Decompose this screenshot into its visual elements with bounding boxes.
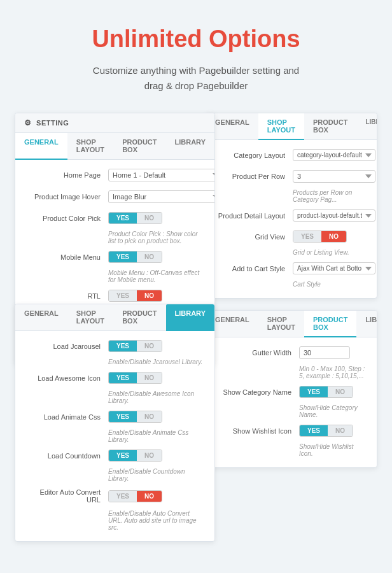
select-cat-layout[interactable]: category-layout-default.tpl <box>293 149 375 161</box>
label-countdown: Load Countdown <box>25 452 108 460</box>
toggle-animate[interactable]: YES NO <box>108 411 162 423</box>
form-row-auto-url: Editor Auto Convert URL YES NO <box>25 486 204 506</box>
toggle-no-mobile-menu[interactable]: NO <box>137 251 162 262</box>
panel-library: GENERAL SHOP LAYOUT PRODUCT BOX LIBRARY … <box>15 304 215 542</box>
tabs-4: GENERAL SHOP LAYOUT PRODUCT BOX LIBRARY <box>206 311 377 337</box>
hint-per-row: Products per Row on Category Pag... <box>293 189 367 203</box>
toggle-color-pick[interactable]: YES NO <box>108 212 162 224</box>
form-row-color-pick: Product Color Pick YES NO <box>25 209 204 227</box>
tabs-3: GENERAL SHOP LAYOUT PRODUCT BOX LIBRARY <box>15 304 214 331</box>
tab-library-3[interactable]: LIBRARY <box>166 304 214 331</box>
tab-product-box-4[interactable]: PRODUCT BOX <box>304 311 356 337</box>
hint-jcarousel: Enable/Disable Jcarousel Library. <box>108 358 204 365</box>
toggle-awesome[interactable]: YES NO <box>108 372 162 384</box>
select-homepage[interactable]: Home 1 - Default <box>108 169 215 181</box>
label-homepage: Home Page <box>25 171 108 179</box>
form-row-grid-view: Grid View YES NO <box>216 228 367 245</box>
toggle-wishlist[interactable]: YES NO <box>299 425 353 437</box>
toggle-auto-url[interactable]: YES NO <box>108 490 162 502</box>
tab-library-1[interactable]: LIBRARY <box>166 133 214 160</box>
toggle-yes-rtl[interactable]: YES <box>109 290 137 301</box>
tab-shop-layout-3[interactable]: SHOP LAYOUT <box>67 304 113 331</box>
label-gutter: Gutter Width <box>216 349 299 357</box>
toggle-yes-animate[interactable]: YES <box>109 411 137 422</box>
form-row-detail-layout: Product Detail Layout product-layout-def… <box>216 207 367 224</box>
label-color-pick: Product Color Pick <box>25 215 108 222</box>
toggle-no-animate[interactable]: NO <box>137 411 162 422</box>
tab-library-4[interactable]: LIBRARY <box>356 311 377 337</box>
label-image-hover: Product Image Hover <box>25 193 108 201</box>
toggle-mobile-menu[interactable]: YES NO <box>108 251 162 263</box>
toggle-yes-mobile-menu[interactable]: YES <box>109 251 137 262</box>
toggle-countdown[interactable]: YES NO <box>108 449 162 462</box>
hero-section: Unlimited Options Customize anything wit… <box>79 0 312 113</box>
label-rtl: RTL <box>25 292 108 300</box>
form-row-countdown: Load Countdown YES NO <box>25 447 204 464</box>
tab-product-box-3[interactable]: PRODUCT BOX <box>113 304 165 331</box>
select-per-row[interactable]: 3 <box>293 170 375 183</box>
label-per-row: Product Per Row <box>216 173 293 180</box>
label-animate: Load Animate Css <box>25 413 108 421</box>
panel-shop-layout: GENERAL SHOP LAYOUT PRODUCT BOX LIBRAR..… <box>206 113 377 299</box>
tab-shop-layout-2[interactable]: SHOP LAYOUT <box>258 113 304 140</box>
form-row-gutter: Gutter Width <box>216 344 367 362</box>
toggle-rtl[interactable]: YES NO <box>108 290 162 302</box>
hint-grid-view: Grid or Listing View. <box>293 249 367 256</box>
hint-animate: Enable/Disable Animate Css Library. <box>108 429 204 443</box>
select-image-hover[interactable]: Image Blur <box>108 190 215 203</box>
label-show-cat: Show Category Name <box>216 388 299 396</box>
tab-product-box-2[interactable]: PRODUCT BOX <box>304 113 356 140</box>
toggle-no-rtl[interactable]: NO <box>137 290 162 301</box>
toggle-jcarousel[interactable]: YES NO <box>108 340 162 352</box>
tabs-2: GENERAL SHOP LAYOUT PRODUCT BOX LIBRAR..… <box>206 113 377 140</box>
hint-gutter: Min 0 - Max 100, Step : 5, example : 5,1… <box>299 365 367 379</box>
tab-general-1[interactable]: GENERAL <box>15 133 67 160</box>
label-awesome: Load Awesome Icon <box>25 374 108 382</box>
input-gutter[interactable] <box>299 346 350 359</box>
hint-wishlist: Show/Hide Wishlist Icon. <box>299 443 367 457</box>
toggle-no-countdown[interactable]: NO <box>137 450 162 461</box>
toggle-no-auto-url[interactable]: NO <box>137 491 162 502</box>
tab-product-box-1[interactable]: PRODUCT BOX <box>113 133 165 160</box>
select-detail-layout[interactable]: product-layout-default.tpl <box>293 209 375 222</box>
toggle-no-jcarousel[interactable]: NO <box>137 341 162 351</box>
toggle-yes-grid[interactable]: YES <box>293 231 321 242</box>
tab-general-3[interactable]: GENERAL <box>15 304 67 331</box>
label-wishlist: Show Wishlist Icon <box>216 427 299 435</box>
form-row-cart-style: Add to Cart Style Ajax With Cart at Bott… <box>216 260 367 277</box>
toggle-show-cat[interactable]: YES NO <box>299 386 353 398</box>
form-row-jcarousel: Load Jcarousel YES NO <box>25 337 204 355</box>
hint-cart-style: Cart Style <box>293 281 367 288</box>
tab-shop-layout-1[interactable]: SHOP LAYOUT <box>67 133 113 160</box>
form-row-wishlist: Show Wishlist Icon YES NO <box>216 422 367 439</box>
form-row-animate: Load Animate Css YES NO <box>25 408 204 425</box>
label-mobile-menu: Mobile Menu <box>25 253 108 261</box>
panels-wrapper: ⚙ SETTING GENERAL SHOP LAYOUT PRODUCT BO… <box>15 113 377 520</box>
hint-countdown: Enable/Disable Countdown Library. <box>108 468 204 482</box>
toggle-yes-wishlist[interactable]: YES <box>300 425 328 436</box>
toggle-no-grid[interactable]: NO <box>321 231 346 242</box>
form-row-rtl: RTL YES NO <box>25 287 204 304</box>
toggle-yes-countdown[interactable]: YES <box>109 450 137 461</box>
label-cat-layout: Category Layout <box>216 152 293 159</box>
toggle-yes-auto-url[interactable]: YES <box>109 491 137 502</box>
form-row-image-hover: Product Image Hover Image Blur <box>25 188 204 206</box>
tab-library-2[interactable]: LIBRAR... <box>356 113 377 140</box>
toggle-yes-jcarousel[interactable]: YES <box>109 341 137 351</box>
panel-product-box: GENERAL SHOP LAYOUT PRODUCT BOX LIBRARY … <box>206 310 377 468</box>
toggle-yes-show-cat[interactable]: YES <box>300 386 328 397</box>
toggle-grid-view[interactable]: YES NO <box>293 230 347 243</box>
form-row-cat-layout: Category Layout category-layout-default.… <box>216 146 367 164</box>
toggle-no-show-cat[interactable]: NO <box>328 386 353 397</box>
toggle-no-color-pick[interactable]: NO <box>137 213 162 223</box>
hint-auto-url: Enable/Disable Auto Convert URL. Auto ad… <box>108 510 204 531</box>
form-row-homepage: Home Page Home 1 - Default <box>25 166 204 184</box>
toggle-no-wishlist[interactable]: NO <box>328 425 353 436</box>
hint-color-pick: Product Color Pick : Show color list to … <box>108 230 204 244</box>
toggle-yes-awesome[interactable]: YES <box>109 372 137 383</box>
form-row-show-cat: Show Category Name YES NO <box>216 383 367 400</box>
toggle-no-awesome[interactable]: NO <box>137 372 162 383</box>
tab-shop-layout-4[interactable]: SHOP LAYOUT <box>258 311 304 337</box>
select-cart-style[interactable]: Ajax With Cart at Bottom <box>293 262 375 274</box>
toggle-yes-color-pick[interactable]: YES <box>109 213 137 223</box>
